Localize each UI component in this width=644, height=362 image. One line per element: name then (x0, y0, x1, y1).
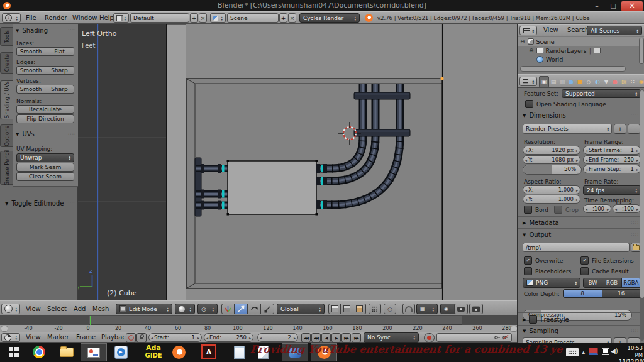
menu-file[interactable]: File (23, 14, 40, 21)
panel-header-output[interactable]: ▼ Output (523, 231, 551, 238)
outliner-filter-selector[interactable]: All Scenes (587, 26, 642, 35)
sampling-presets-selector[interactable]: Sampling Presets (523, 337, 612, 343)
render-still-icon[interactable] (454, 304, 468, 314)
frame-rate-selector[interactable]: 24 fps (583, 185, 641, 195)
snap-magnet-icon[interactable] (402, 304, 415, 314)
tab-material[interactable]: ● (611, 77, 619, 87)
layer-cube-icon[interactable] (328, 304, 341, 314)
minimize-button[interactable]: – (589, 2, 605, 10)
menu-tl-frame[interactable]: Frame (73, 334, 99, 341)
panel-header-freestyle[interactable]: ▶ Freestyle (523, 315, 569, 324)
editor-type-info[interactable]: i (2, 13, 21, 23)
panel-grip-icon[interactable]: :::: (68, 28, 76, 33)
outliner-row-world[interactable]: World (518, 55, 644, 63)
menu-outliner-view[interactable]: View (540, 26, 562, 33)
preset-remove-button[interactable]: – (628, 124, 640, 134)
auto-keyframe-button[interactable] (126, 333, 136, 343)
tab-scene[interactable]: ▥ (558, 77, 567, 87)
pivot-point-selector[interactable]: ◎ (197, 304, 218, 314)
expand-tree-icon[interactable]: ⊕ (529, 47, 534, 53)
end-frame-prop-field[interactable]: End Frame:250 (583, 155, 641, 164)
scale-manipulator-button[interactable] (261, 304, 274, 314)
remap-new-field[interactable]: :100 (613, 204, 641, 213)
timeline-track[interactable] (0, 316, 517, 325)
checkbox-unchecked-icon[interactable] (554, 206, 562, 214)
panel-grip-icon[interactable]: :::: (68, 131, 76, 136)
jump-to-end-button[interactable]: ▶▶ (352, 333, 361, 343)
properties-scrollbar-thumb[interactable] (640, 90, 644, 298)
sampling-preset-add-button[interactable]: + (614, 337, 626, 343)
vertices-sharp-button[interactable]: Sharp (45, 85, 74, 94)
recalculate-button[interactable]: Recalculate (16, 105, 74, 114)
depth-8-button[interactable]: 8 (563, 289, 602, 298)
layer-cube-icon[interactable] (353, 304, 366, 314)
keying-lock-button[interactable] (136, 333, 147, 343)
tab-render[interactable]: ▣ (539, 76, 549, 87)
mode-selector[interactable]: Edit Mode (116, 304, 172, 314)
menu-tl-marker[interactable]: Marker (44, 334, 72, 341)
edges-smooth-button[interactable]: Smooth (16, 66, 45, 75)
maximize-button[interactable]: □ (605, 3, 621, 9)
timeline-ruler[interactable]: -40 -20 0 20 40 60 80 100 120 140 160 18… (0, 325, 517, 332)
aspect-y-field[interactable]: Y:1.000 (523, 195, 580, 204)
close-button[interactable]: × (621, 1, 643, 11)
panel-grip-icon[interactable]: :::: (631, 232, 639, 237)
editor-type-outliner[interactable] (519, 26, 537, 35)
panel-grip-icon[interactable]: :::: (631, 328, 639, 333)
layout-delete-button[interactable]: × (199, 13, 207, 23)
object-origin-point[interactable] (440, 77, 443, 80)
sampling-preset-remove-button[interactable]: – (628, 337, 640, 343)
current-frame-field[interactable]: 2 (257, 333, 298, 342)
play-reverse-button[interactable]: ◀ (321, 333, 331, 343)
tray-clock[interactable]: 10:53 PM 11/12/2015 (619, 345, 643, 362)
layout-add-button[interactable]: + (190, 13, 198, 23)
uv-unwrap-dropdown[interactable]: Unwrap (16, 153, 74, 162)
panel-header-toggle-editmode[interactable]: ▼ Toggle Editmode (5, 200, 64, 207)
border-checkbox-row[interactable]: Bord (524, 206, 548, 214)
next-keyframe-button[interactable]: ▶▶ (341, 333, 351, 343)
outliner-row-scene[interactable]: ⊖ Scene (518, 37, 644, 46)
resolution-y-field[interactable]: Y:1080 px (523, 155, 580, 164)
display-settings-icon[interactable] (589, 348, 598, 355)
screen-layout-name-field[interactable]: Default (130, 13, 189, 23)
touch-keyboard-icon[interactable] (566, 348, 579, 356)
play-button[interactable]: ▶ (331, 333, 341, 343)
menu-select[interactable]: Select (44, 305, 70, 312)
render-engine-selector[interactable]: Cycles Render (299, 13, 360, 23)
menu-view3d[interactable]: View (23, 305, 44, 312)
viewport-3d[interactable]: y z Left Ortho Feet (2) Cube (78, 24, 517, 300)
acrobat-icon[interactable]: A (200, 343, 218, 361)
battery-icon[interactable] (601, 348, 609, 355)
tab-constraints[interactable]: ◇ (584, 77, 593, 87)
browse-folder-button[interactable] (631, 243, 641, 252)
media-player-icon[interactable]: ▶ (112, 343, 130, 361)
record-button[interactable] (424, 333, 435, 343)
editor-type-timeline[interactable] (1, 333, 20, 342)
resolution-percentage-slider[interactable]: 50% (523, 165, 582, 175)
hscroll-left-cap[interactable] (1, 326, 8, 332)
panel-header-dimensions[interactable]: ▼ Dimensions (523, 112, 566, 119)
render-presets-selector[interactable]: Render Presets (523, 124, 612, 134)
tab-object-data[interactable]: ▼ (602, 77, 611, 87)
placeholders-checkbox-row[interactable]: Placeholders (524, 267, 571, 275)
layers-grid-icon[interactable] (369, 304, 381, 314)
end-frame-field[interactable]: End:250 (204, 333, 253, 342)
adagide-icon[interactable]: Ada GIDE (141, 344, 166, 359)
blender-taskbar-icon[interactable] (170, 343, 187, 361)
sync-mode-selector[interactable]: No Sync (364, 332, 419, 343)
checkbox-unchecked-icon[interactable] (524, 206, 532, 214)
movie-maker-button-active[interactable]: ✂ (282, 343, 308, 361)
checkbox-unchecked-icon[interactable] (580, 267, 589, 275)
shelf-tab-tools[interactable]: Tools (0, 27, 13, 46)
scene-add-button[interactable]: + (279, 13, 287, 23)
panel-grip-icon[interactable]: :::: (631, 317, 639, 322)
menu-tl-view[interactable]: View (23, 334, 44, 341)
tab-texture[interactable]: ▨ (619, 77, 628, 87)
faces-flat-button[interactable]: Flat (45, 47, 74, 56)
rgba-button[interactable]: RGBA (622, 278, 641, 288)
file-extensions-checkbox-row[interactable]: ✓ File Extensions (580, 256, 634, 265)
manipulator-axes-icon[interactable] (221, 304, 235, 314)
outliner-hscrollbar[interactable] (520, 66, 626, 72)
editor-type-properties[interactable] (519, 77, 537, 86)
clear-seam-button[interactable]: Clear Seam (16, 172, 74, 181)
